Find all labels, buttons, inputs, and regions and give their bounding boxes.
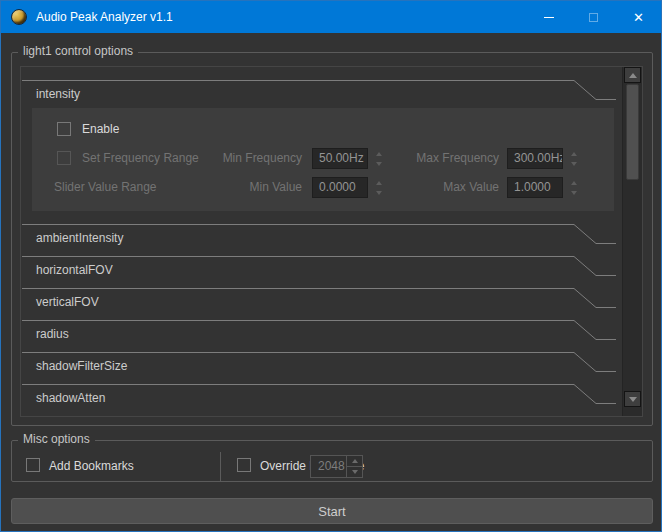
- min-value-label: Min Value: [202, 180, 302, 194]
- spin-down-icon: [376, 191, 382, 195]
- start-button[interactable]: Start: [11, 498, 653, 524]
- vertical-scrollbar[interactable]: [622, 67, 642, 416]
- spin-up-icon: [376, 181, 382, 185]
- section-label: ambientIntensity: [36, 231, 123, 245]
- spin-down-icon: [571, 162, 577, 166]
- buffersize-value: 2048: [311, 456, 346, 477]
- section-label: shadowAtten: [36, 391, 105, 405]
- intensity-panel: Enable Set Frequency Range Min Frequency…: [32, 108, 614, 211]
- app-window: Audio Peak Analyzer v1.1 ✕ light1 contro…: [0, 0, 662, 532]
- window-title: Audio Peak Analyzer v1.1: [36, 10, 173, 24]
- buffersize-spin-down: [347, 467, 362, 477]
- tab-edge-line: [22, 80, 616, 110]
- min-frequency-field: 50.00Hz: [312, 148, 368, 169]
- max-value-label: Max Value: [392, 180, 499, 194]
- min-frequency-label: Min Frequency: [182, 151, 302, 165]
- max-value-field: 1.0000: [507, 177, 563, 198]
- scroll-up-button[interactable]: [624, 67, 641, 83]
- max-value-spinner: [569, 179, 579, 197]
- close-icon: ✕: [633, 11, 644, 24]
- scrollbar-thumb[interactable]: [626, 84, 639, 180]
- arrow-up-icon: [629, 73, 637, 78]
- section-header-shadowatten[interactable]: shadowAtten: [22, 384, 616, 414]
- set-frequency-range-checkbox: [57, 151, 71, 165]
- titlebar: Audio Peak Analyzer v1.1 ✕: [1, 1, 661, 33]
- slider-value-range-label: Slider Value Range: [54, 180, 157, 194]
- max-frequency-field: 300.00Hz: [507, 148, 563, 169]
- close-button[interactable]: ✕: [616, 1, 661, 33]
- add-bookmarks-checkbox[interactable]: [26, 458, 40, 472]
- minimize-button[interactable]: [526, 1, 571, 33]
- spin-down-icon: [571, 191, 577, 195]
- tab-edge-line: [22, 384, 616, 414]
- maximize-icon: [589, 13, 598, 22]
- section-label: shadowFilterSize: [36, 359, 127, 373]
- app-icon[interactable]: [11, 9, 27, 25]
- min-value-spinner: [374, 179, 384, 197]
- spin-down-icon: [352, 470, 358, 474]
- section-header-shadowfiltersize[interactable]: shadowFilterSize: [22, 352, 616, 382]
- section-header-radius[interactable]: radius: [22, 320, 616, 350]
- section-label: intensity: [36, 87, 80, 101]
- maximize-button: [571, 1, 616, 33]
- spin-up-icon: [352, 459, 358, 463]
- spin-down-icon: [376, 162, 382, 166]
- misc-options-groupbox: Misc options Add Bookmarks Override Buff…: [11, 440, 653, 482]
- spin-up-icon: [571, 181, 577, 185]
- min-value-field: 0.0000: [312, 177, 368, 198]
- misc-group-title: Misc options: [18, 432, 95, 446]
- max-frequency-label: Max Frequency: [392, 151, 499, 165]
- buffersize-spinbox: 2048: [310, 455, 363, 478]
- scroll-down-button[interactable]: [624, 391, 641, 407]
- section-label: horizontalFOV: [36, 263, 113, 277]
- max-frequency-spinner: [569, 150, 579, 168]
- arrow-down-icon: [629, 397, 637, 402]
- min-frequency-spinner: [374, 150, 384, 168]
- override-buffersize-checkbox[interactable]: [237, 458, 251, 472]
- sections-scrollarea: intensity Enable Set Frequency Range Min…: [20, 66, 643, 417]
- section-label: radius: [36, 327, 69, 341]
- vertical-separator: [220, 452, 221, 481]
- light-group-title: light1 control options: [18, 44, 138, 58]
- enable-label[interactable]: Enable: [82, 122, 119, 136]
- section-header-verticalfov[interactable]: verticalFOV: [22, 288, 616, 318]
- section-label: verticalFOV: [36, 295, 99, 309]
- tab-edge-line: [22, 288, 616, 318]
- section-header-ambientintensity[interactable]: ambientIntensity: [22, 224, 616, 254]
- add-bookmarks-label[interactable]: Add Bookmarks: [49, 459, 134, 473]
- section-header-horizontalfov[interactable]: horizontalFOV: [22, 256, 616, 286]
- enable-checkbox[interactable]: [57, 122, 71, 136]
- section-header-intensity[interactable]: intensity: [22, 80, 616, 110]
- spin-up-icon: [376, 152, 382, 156]
- minimize-icon: [544, 17, 554, 18]
- spin-up-icon: [571, 152, 577, 156]
- sections-list: intensity Enable Set Frequency Range Min…: [21, 67, 622, 416]
- light-control-groupbox: light1 control options intensity Enable …: [11, 52, 653, 426]
- buffersize-spin-up: [347, 456, 362, 467]
- tab-edge-line: [22, 320, 616, 350]
